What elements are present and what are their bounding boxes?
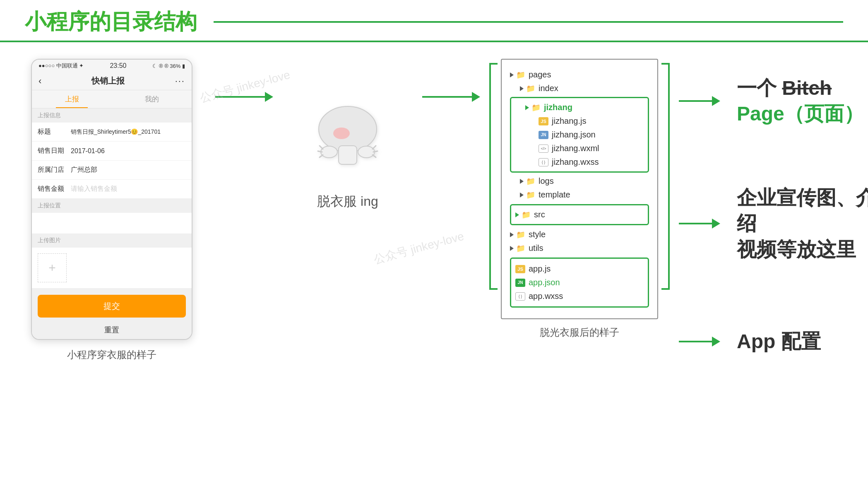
svg-line-6 bbox=[318, 151, 322, 152]
back-button[interactable]: ‹ bbox=[38, 76, 41, 87]
time: 23:50 bbox=[110, 62, 126, 70]
left-bracket bbox=[489, 63, 498, 290]
form-section-label: 上报信息 bbox=[32, 108, 192, 123]
phone-content: 上报信息 标题 销售日报_Shirleytimer5😊_201701 销售日期 … bbox=[32, 108, 192, 339]
filename-jizhang-wxml: jizhang.wxml bbox=[552, 144, 599, 153]
header-line bbox=[214, 21, 843, 23]
filename-jizhang-json: jizhang.json bbox=[552, 130, 596, 140]
status-right: ☾ ® ® 36% ▮ bbox=[152, 63, 185, 69]
expand-icon-index bbox=[520, 86, 524, 91]
folder-name-jizhang: jizhang bbox=[544, 103, 572, 112]
arrow-to-src bbox=[679, 219, 720, 229]
form-row-store: 所属门店 广州总部 bbox=[32, 161, 192, 180]
filename-app-json: app.json bbox=[529, 278, 560, 287]
folder-logs: 📁 logs bbox=[510, 174, 649, 188]
annotation-src: 企业宣传图、介绍 视频等放这里 bbox=[679, 185, 868, 262]
file-jizhang-json: JN jizhang.json bbox=[515, 128, 644, 142]
folder-pages: 📁 pages bbox=[510, 68, 649, 82]
right-bracket bbox=[661, 63, 670, 290]
form-row-date: 销售日期 2017-01-06 bbox=[32, 142, 192, 161]
expand-icon-jizhang bbox=[525, 105, 529, 110]
file-app-wxss: { } app.wxss bbox=[515, 289, 644, 303]
character-section: 脱衣服 ing bbox=[290, 92, 406, 211]
char-caption: 脱衣服 ing bbox=[317, 193, 378, 211]
folder-name-src: src bbox=[534, 210, 545, 219]
label-title: 标题 bbox=[38, 128, 67, 136]
tab-mine[interactable]: 我的 bbox=[112, 90, 192, 108]
folder-index: 📁 index bbox=[510, 82, 649, 95]
file-app-js: JS app.js bbox=[515, 262, 644, 276]
svg-point-3 bbox=[321, 146, 337, 158]
tab-report[interactable]: 上报 bbox=[32, 90, 112, 108]
arrow-char-to-tree bbox=[422, 92, 480, 102]
expand-icon-template bbox=[520, 193, 524, 197]
filename-jizhang-js: jizhang.js bbox=[552, 116, 586, 126]
placeholder-amount: 请输入销售金额 bbox=[71, 185, 117, 193]
arrow-line2 bbox=[422, 96, 472, 98]
arrow-to-page bbox=[679, 96, 720, 106]
label-amount: 销售金额 bbox=[38, 185, 67, 193]
tree-caption: 脱光衣服后的样子 bbox=[540, 326, 619, 339]
status-icons: ☾ ® ® 36% ▮ bbox=[152, 63, 185, 69]
form-row-amount: 销售金额 请输入销售金额 bbox=[32, 180, 192, 199]
js-icon-app: JS bbox=[515, 265, 525, 273]
folder-name-pages: pages bbox=[529, 70, 551, 79]
svg-line-7 bbox=[320, 155, 323, 157]
phone-mockup: ●●○○○ 中国联通 ✦ 23:50 ☾ ® ® 36% ▮ ‹ 快销上报 ··… bbox=[31, 59, 192, 340]
file-app-json: JN app.json bbox=[515, 276, 644, 289]
svg-line-8 bbox=[373, 146, 376, 149]
svg-rect-2 bbox=[339, 146, 357, 164]
value-store: 广州总部 bbox=[71, 166, 97, 174]
expand-icon bbox=[510, 72, 514, 77]
upload-box: + bbox=[32, 248, 192, 288]
css-icon-app: { } bbox=[515, 292, 525, 301]
arrow-head bbox=[265, 92, 273, 102]
label-store: 所属门店 bbox=[38, 166, 67, 174]
folder-template: 📁 template bbox=[510, 188, 649, 202]
page-header: 小程序的目录结构 bbox=[0, 0, 868, 42]
json-icon-app: JN bbox=[515, 279, 525, 287]
folder-src-group: 📁 src bbox=[510, 204, 649, 225]
arrow-head2 bbox=[472, 92, 480, 102]
arrow-line bbox=[215, 96, 265, 98]
file-jizhang-wxss: { } jizhang.wxss bbox=[515, 155, 644, 169]
upload-label: 上传图片 bbox=[32, 233, 192, 248]
json-icon: JN bbox=[539, 131, 548, 139]
phone-status-bar: ●●○○○ 中国联通 ✦ 23:50 ☾ ® ® 36% ▮ bbox=[32, 60, 192, 72]
label-date: 销售日期 bbox=[38, 147, 67, 155]
folder-jizhang: 📁 jizhang bbox=[515, 101, 644, 114]
reset-button[interactable]: 重置 bbox=[32, 321, 192, 339]
annotations-section: 一个 Bitch Page（页面） 企业宣传图、介绍 视频等放这里 App 配置 bbox=[679, 92, 868, 354]
folder-name-template: template bbox=[539, 190, 570, 200]
phone-nav-bar: ‹ 快销上报 ··· bbox=[32, 72, 192, 90]
folder-name-logs: logs bbox=[539, 176, 554, 186]
filename-jizhang-wxss: jizhang.wxss bbox=[552, 157, 599, 167]
status-left: ●●○○○ 中国联通 ✦ bbox=[38, 62, 84, 70]
carrier: ●●○○○ 中国联通 ✦ bbox=[38, 62, 84, 70]
xml-icon: </> bbox=[539, 144, 548, 153]
folder-jizhang-group: 📁 jizhang JS jizhang.js JN jizhang.json … bbox=[510, 97, 649, 173]
more-button[interactable]: ··· bbox=[175, 76, 185, 87]
file-jizhang-js: JS jizhang.js bbox=[515, 114, 644, 128]
upload-button[interactable]: + bbox=[38, 253, 67, 282]
svg-line-5 bbox=[320, 146, 323, 149]
folder-name-utils: utils bbox=[529, 243, 543, 253]
expand-icon-logs bbox=[520, 179, 524, 184]
folder-utils: 📁 utils bbox=[510, 241, 649, 255]
phone-caption: 小程序穿衣服的样子 bbox=[67, 348, 156, 361]
svg-line-10 bbox=[373, 155, 376, 157]
folder-name-index: index bbox=[539, 84, 558, 93]
annotation-app: App 配置 bbox=[679, 329, 868, 354]
page-title: 小程序的目录结构 bbox=[25, 7, 197, 36]
value-title: 销售日报_Shirleytimer5😊_201701 bbox=[71, 128, 161, 136]
value-date: 2017-01-06 bbox=[71, 147, 105, 155]
tree-section: 📁 pages 📁 index 📁 jizhang bbox=[497, 59, 662, 339]
filename-app-wxss: app.wxss bbox=[529, 291, 563, 301]
file-tree: 📁 pages 📁 index 📁 jizhang bbox=[501, 59, 658, 319]
annotation-text-app: App 配置 bbox=[737, 329, 821, 354]
svg-point-1 bbox=[333, 128, 350, 139]
phone-tabs: 上报 我的 bbox=[32, 90, 192, 108]
folder-name-style: style bbox=[529, 230, 546, 239]
arrow-to-app bbox=[679, 337, 720, 347]
submit-button[interactable]: 提交 bbox=[38, 295, 186, 318]
